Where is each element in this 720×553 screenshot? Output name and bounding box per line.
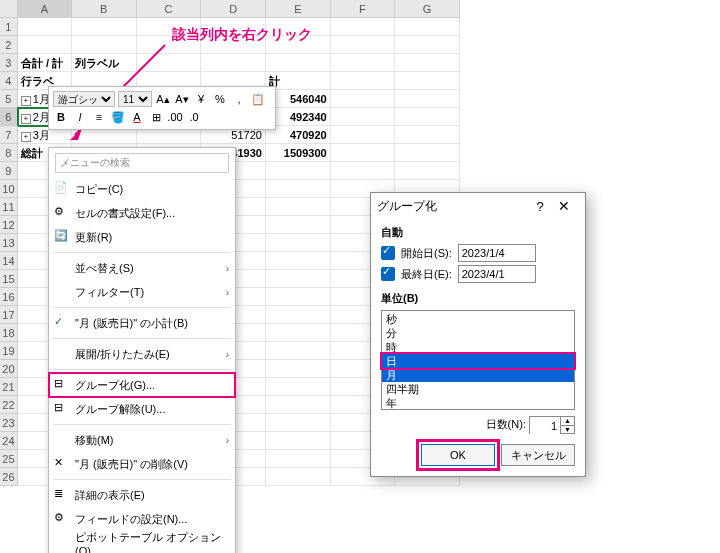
currency-icon[interactable]: ¥ xyxy=(193,91,209,107)
chevron-right-icon: › xyxy=(226,263,229,274)
list-item[interactable]: 四半期 xyxy=(382,382,574,396)
align-icon[interactable]: ≡ xyxy=(91,109,107,125)
chevron-right-icon: › xyxy=(226,287,229,298)
menu-format-cells[interactable]: ⚙セルの書式設定(F)... xyxy=(49,201,235,225)
row-hdr[interactable]: 9 xyxy=(0,162,18,180)
menu-group[interactable]: ⊟グループ化(G)... xyxy=(49,373,235,397)
end-date-input[interactable] xyxy=(458,265,536,283)
decrease-decimal-icon[interactable]: .0 xyxy=(186,109,202,125)
pivot-col-label: 列ラベル xyxy=(72,54,137,72)
expand-icon[interactable]: + xyxy=(21,114,31,124)
list-item-selected[interactable]: 月 xyxy=(382,368,574,382)
end-label: 最終日(E): xyxy=(401,267,452,282)
menu-copy[interactable]: 📄コピー(C) xyxy=(49,177,235,201)
menu-refresh[interactable]: 🔄更新(R) xyxy=(49,225,235,249)
col-C[interactable]: C xyxy=(137,0,202,18)
row-hdr[interactable]: 14 xyxy=(0,252,18,270)
list-item[interactable]: 秒 xyxy=(382,312,574,326)
increase-font-icon[interactable]: A▴ xyxy=(155,91,171,107)
row-hdr[interactable]: 19 xyxy=(0,342,18,360)
border-icon[interactable]: ⊞ xyxy=(148,109,164,125)
ok-button[interactable]: OK xyxy=(421,444,495,466)
menu-remove[interactable]: ✕"月 (販売日)" の削除(V) xyxy=(49,452,235,476)
row-hdr[interactable]: 20 xyxy=(0,360,18,378)
menu-expand-collapse[interactable]: 展開/折りたたみ(E)› xyxy=(49,342,235,366)
row-hdr[interactable]: 18 xyxy=(0,324,18,342)
row-hdr[interactable]: 8 xyxy=(0,144,18,162)
chevron-right-icon: › xyxy=(226,349,229,360)
row-hdr[interactable]: 15 xyxy=(0,270,18,288)
help-button[interactable]: ? xyxy=(531,199,549,214)
menu-filter[interactable]: フィルター(T)› xyxy=(49,280,235,304)
row-hdr[interactable]: 13 xyxy=(0,234,18,252)
expand-icon[interactable]: + xyxy=(21,132,31,142)
row-hdr[interactable]: 2 xyxy=(0,36,18,54)
expand-icon[interactable]: + xyxy=(21,96,31,106)
settings-icon: ⚙ xyxy=(54,511,70,527)
start-date-input[interactable] xyxy=(458,244,536,262)
row-hdr[interactable]: 10 xyxy=(0,180,18,198)
row-hdr[interactable]: 5 xyxy=(0,90,18,108)
fill-color-icon[interactable]: 🪣 xyxy=(110,109,126,125)
copy-icon: 📄 xyxy=(54,181,70,197)
format-painter-icon[interactable]: 📋 xyxy=(250,91,266,107)
menu-sort[interactable]: 並べ替え(S)› xyxy=(49,256,235,280)
menu-field-settings[interactable]: ⚙フィールドの設定(N)... xyxy=(49,507,235,531)
menu-search[interactable]: メニューの検索 xyxy=(55,153,229,173)
comma-icon[interactable]: , xyxy=(231,91,247,107)
font-size[interactable]: 11 xyxy=(118,91,152,107)
italic-icon[interactable]: I xyxy=(72,109,88,125)
col-B[interactable]: B xyxy=(72,0,137,18)
cancel-button[interactable]: キャンセル xyxy=(501,444,575,466)
menu-pivot-options[interactable]: ピボットテーブル オプション(O)... xyxy=(49,531,235,553)
chevron-right-icon: › xyxy=(226,435,229,446)
increase-decimal-icon[interactable]: .00 xyxy=(167,109,183,125)
row-hdr[interactable]: 25 xyxy=(0,450,18,468)
decrease-font-icon[interactable]: A▾ xyxy=(174,91,190,107)
row-hdr[interactable]: 23 xyxy=(0,414,18,432)
row-hdr[interactable]: 17 xyxy=(0,306,18,324)
menu-move[interactable]: 移動(M)› xyxy=(49,428,235,452)
close-button[interactable]: ✕ xyxy=(549,198,579,214)
menu-show-detail[interactable]: ≣詳細の表示(E) xyxy=(49,483,235,507)
row-hdr[interactable]: 6 xyxy=(0,108,18,126)
pivot-value-label: 合計 / 計 xyxy=(18,54,72,72)
col-E[interactable]: E xyxy=(266,0,331,18)
list-item[interactable]: 年 xyxy=(382,396,574,410)
start-checkbox[interactable] xyxy=(381,246,395,260)
row-hdr[interactable]: 26 xyxy=(0,468,18,486)
daycount-input[interactable] xyxy=(530,417,560,435)
remove-icon: ✕ xyxy=(54,456,70,472)
row-hdr[interactable]: 3 xyxy=(0,54,18,72)
row-hdr[interactable]: 24 xyxy=(0,432,18,450)
list-item[interactable]: 分 xyxy=(382,326,574,340)
end-checkbox[interactable] xyxy=(381,267,395,281)
row-hdr[interactable]: 1 xyxy=(0,18,18,36)
list-item-selected[interactable]: 日 xyxy=(382,354,574,368)
daycount-spinner[interactable]: ▲▼ xyxy=(529,416,575,434)
font-color-icon[interactable]: A xyxy=(129,109,145,125)
spin-down-icon[interactable]: ▼ xyxy=(560,426,574,434)
percent-icon[interactable]: % xyxy=(212,91,228,107)
bold-icon[interactable]: B xyxy=(53,109,69,125)
annotation-text: 該当列内を右クリック xyxy=(172,26,312,44)
row-hdr[interactable]: 4 xyxy=(0,72,18,90)
row-hdr[interactable]: 22 xyxy=(0,396,18,414)
auto-label: 自動 xyxy=(381,225,575,240)
row-hdr[interactable]: 11 xyxy=(0,198,18,216)
select-all[interactable] xyxy=(0,0,18,18)
row-hdr[interactable]: 12 xyxy=(0,216,18,234)
list-item[interactable]: 時 xyxy=(382,340,574,354)
unit-listbox[interactable]: 秒 分 時 日 月 四半期 年 xyxy=(381,310,575,410)
menu-subtotal[interactable]: ✓"月 (販売日)" の小計(B) xyxy=(49,311,235,335)
row-hdr[interactable]: 16 xyxy=(0,288,18,306)
col-F[interactable]: F xyxy=(331,0,396,18)
menu-ungroup[interactable]: ⊟グループ解除(U)... xyxy=(49,397,235,421)
font-family[interactable]: 游ゴシック xyxy=(53,91,115,107)
spin-up-icon[interactable]: ▲ xyxy=(560,417,574,426)
col-D[interactable]: D xyxy=(201,0,266,18)
col-A[interactable]: A xyxy=(18,0,72,18)
row-hdr[interactable]: 21 xyxy=(0,378,18,396)
row-hdr[interactable]: 7 xyxy=(0,126,18,144)
col-G[interactable]: G xyxy=(395,0,460,18)
